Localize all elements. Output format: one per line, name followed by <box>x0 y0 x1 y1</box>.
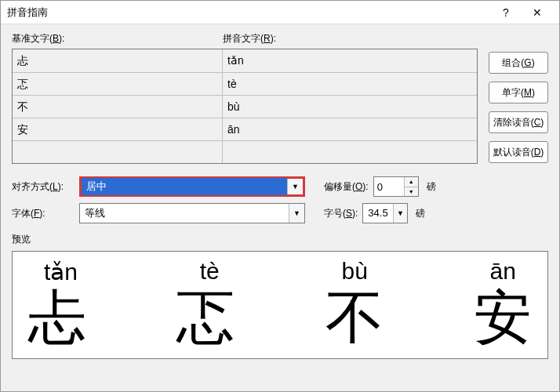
preview-ruby: bù <box>342 258 368 285</box>
preview-base: 安 <box>474 289 532 347</box>
offset-input[interactable] <box>374 177 404 196</box>
help-button[interactable]: ? <box>490 2 522 24</box>
font-select[interactable]: 等线 ▼ <box>79 203 305 223</box>
spinner-up-icon[interactable]: ▲ <box>405 177 418 187</box>
preview-base: 不 <box>325 289 384 347</box>
content-area: 基准文字(B): 拼音文字(R): 忐 tǎn 忑 tè 不 bù 安 <box>1 24 559 391</box>
titlebar: 拼音指南 ? ✕ <box>1 1 559 24</box>
mono-button[interactable]: 单字(M) <box>489 82 548 103</box>
table-row: 忑 tè <box>13 72 477 95</box>
preview-label: 预览 <box>12 233 548 246</box>
base-cell[interactable]: 安 <box>13 118 223 140</box>
size-select[interactable]: 34.5 ▼ <box>362 203 408 223</box>
text-grid: 忐 tǎn 忑 tè 不 bù 安 ān <box>12 49 478 164</box>
base-cell[interactable]: 忑 <box>13 73 223 95</box>
offset-spinner[interactable]: ▲▼ <box>373 176 419 197</box>
size-unit: 磅 <box>416 207 425 220</box>
ruby-cell[interactable]: tǎn <box>223 49 477 72</box>
default-reading-button[interactable]: 默认读音(D) <box>489 141 548 163</box>
table-row: 安 ān <box>13 118 477 140</box>
group-button[interactable]: 组合(G) <box>489 52 548 74</box>
alignment-label: 对齐方式(L): <box>12 180 75 194</box>
chevron-down-icon[interactable]: ▼ <box>393 204 408 223</box>
chevron-down-icon[interactable]: ▼ <box>289 204 304 223</box>
close-button[interactable]: ✕ <box>522 2 553 24</box>
preview-ruby: ān <box>490 258 516 285</box>
window-title: 拼音指南 <box>7 5 490 20</box>
preview-ruby: tǎn <box>44 258 78 285</box>
phonetic-guide-dialog: 拼音指南 ? ✕ 基准文字(B): 拼音文字(R): 忐 tǎn 忑 tè 不 … <box>0 0 560 392</box>
offset-label: 偏移量(O): <box>324 180 369 194</box>
base-text-label: 基准文字(B): <box>12 32 223 45</box>
preview-ruby: tè <box>200 258 220 285</box>
offset-unit: 磅 <box>427 180 436 194</box>
side-buttons: 组合(G) 单字(M) 清除读音(C) 默认读音(D) <box>489 49 548 164</box>
table-row: 忐 tǎn <box>13 49 477 72</box>
alignment-value: 居中 <box>82 178 287 195</box>
ruby-cell[interactable]: bù <box>223 96 477 118</box>
table-row: 不 bù <box>13 95 477 118</box>
ruby-cell[interactable] <box>223 141 477 163</box>
table-row <box>13 140 477 163</box>
alignment-select[interactable]: 居中 ▼ <box>79 176 305 197</box>
chevron-down-icon[interactable]: ▼ <box>287 179 303 194</box>
base-cell[interactable]: 忐 <box>13 49 223 72</box>
base-cell[interactable] <box>13 141 223 163</box>
preview-area: tǎn tè bù ān 忐 忑 不 安 <box>12 251 548 359</box>
ruby-cell[interactable]: tè <box>223 73 477 95</box>
ruby-cell[interactable]: ān <box>223 118 477 140</box>
preview-base: 忐 <box>28 289 86 347</box>
font-label: 字体(F): <box>12 207 75 220</box>
font-value: 等线 <box>80 205 289 222</box>
size-value: 34.5 <box>363 205 392 222</box>
spinner-down-icon[interactable]: ▼ <box>405 187 418 197</box>
base-cell[interactable]: 不 <box>13 96 223 118</box>
preview-base: 忑 <box>176 289 235 347</box>
ruby-text-label: 拼音文字(R): <box>223 32 548 45</box>
size-label: 字号(S): <box>324 207 358 220</box>
clear-reading-button[interactable]: 清除读音(C) <box>489 111 548 133</box>
